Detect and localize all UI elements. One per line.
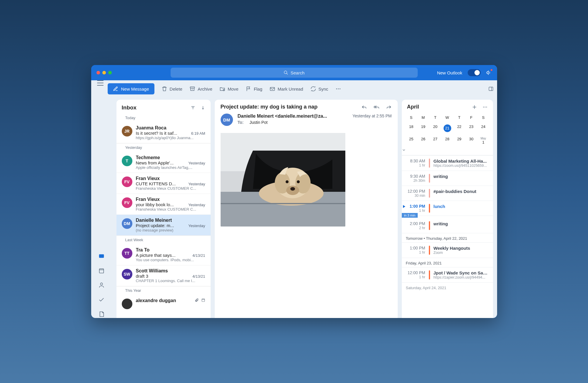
new-outlook-label: New Outlook: [437, 70, 462, 75]
sender-avatar: DM: [221, 114, 233, 126]
main-content: Inbox Today JR Juanma Roca Is it secret?…: [91, 97, 497, 318]
tasks-rail-icon[interactable]: [98, 297, 105, 304]
calendar-today[interactable]: 21: [441, 122, 453, 134]
svg-rect-17: [202, 299, 204, 302]
calendar-expand-button[interactable]: [402, 147, 493, 155]
calendar-mini-grid[interactable]: S M T W T F S 18 19 20 21 22 23: [402, 112, 493, 147]
hamburger-icon[interactable]: [97, 80, 104, 86]
section-last-week: Last Week: [116, 236, 211, 244]
svg-point-7: [339, 89, 340, 89]
section-this-year: This Year: [116, 286, 211, 295]
mail-rail-icon[interactable]: [98, 253, 105, 260]
mail-unread-icon: [269, 86, 275, 92]
agenda-item[interactable]: 1:00 PM1 hr Weekly HangoutsZoom: [402, 242, 493, 258]
people-rail-icon[interactable]: [98, 282, 105, 289]
calendar-month: April: [407, 104, 419, 110]
new-message-button[interactable]: New Message: [108, 83, 154, 94]
avatar: T: [122, 156, 132, 166]
folder-move-icon: [219, 86, 225, 92]
forward-button[interactable]: [386, 104, 392, 110]
svg-point-13: [100, 283, 102, 285]
titlebar: Search New Outlook: [91, 65, 497, 80]
message-image: [221, 133, 345, 227]
more-toolbar-button[interactable]: [335, 86, 341, 92]
message-item[interactable]: T Techmeme News from Apple'...Yesterday …: [116, 152, 211, 173]
svg-rect-10: [99, 254, 104, 258]
collapse-panel-button[interactable]: [488, 86, 494, 91]
agenda-item[interactable]: 12:00 PM1 hr Jpot / Wade Sync on Sac...h…: [402, 267, 493, 282]
trash-icon: [161, 86, 167, 92]
calendar-pane: April S M T W T F S: [402, 100, 493, 318]
avatar: JR: [122, 126, 132, 136]
toolbar: New Message Delete Archive Move Flag: [91, 80, 497, 97]
message-list-pane: Inbox Today JR Juanma Roca Is it secret?…: [116, 100, 211, 318]
notes-rail-icon[interactable]: [98, 311, 105, 318]
reply-button[interactable]: [361, 104, 367, 110]
svg-point-35: [486, 106, 487, 107]
avatar: DM: [122, 218, 132, 229]
filter-button[interactable]: [191, 105, 195, 110]
reply-all-button[interactable]: [374, 104, 379, 110]
message-item[interactable]: TT Tra To A picture that says...4/13/21 …: [116, 244, 211, 265]
add-event-button[interactable]: [472, 104, 477, 110]
message-item[interactable]: alexandre duggan: [116, 295, 211, 312]
calendar-item-icon: [201, 298, 205, 302]
flag-button[interactable]: Flag: [246, 86, 262, 92]
avatar: TT: [122, 248, 132, 259]
upcoming-banner: in 3 min: [402, 213, 418, 218]
archive-icon: [189, 86, 195, 92]
agenda-item[interactable]: in 3 min 2:00 PM2 hr writing: [402, 216, 493, 233]
agenda-list: 8:30 AM1 hr Global Marketing All-Ha...ht…: [402, 155, 493, 318]
search-placeholder: Search: [291, 70, 305, 75]
minimize-window-button[interactable]: [102, 71, 106, 74]
search-input[interactable]: Search: [171, 68, 418, 78]
left-rail: [91, 100, 112, 318]
calendar-more-button[interactable]: [482, 104, 488, 110]
compose-icon: [113, 86, 118, 91]
svg-rect-4: [270, 87, 274, 91]
flag-icon: [246, 86, 251, 92]
sort-button[interactable]: [201, 105, 205, 110]
avatar: SW: [122, 269, 132, 279]
current-time-marker-icon: [403, 205, 405, 208]
svg-point-5: [336, 89, 337, 89]
calendar-rail-icon[interactable]: [98, 267, 105, 274]
svg-point-6: [338, 89, 339, 89]
agenda-item[interactable]: 12:00 PM30 min #pair-buddies Donut: [402, 186, 493, 201]
svg-point-33: [483, 106, 484, 107]
agenda-date-separator: Saturday, April 24, 2021: [402, 282, 493, 292]
message-item-selected[interactable]: DM Danielle Meinert Project update: m...…: [116, 215, 211, 236]
svg-point-34: [484, 106, 485, 107]
agenda-item[interactable]: 8:30 AM1 hr Global Marketing All-Ha...ht…: [402, 155, 493, 171]
message-subject: Project update: my dog is taking a nap: [221, 104, 357, 110]
sync-button[interactable]: Sync: [310, 86, 328, 92]
svg-line-1: [286, 73, 288, 74]
search-icon: [284, 70, 288, 75]
message-item[interactable]: JR Juanma Roca Is it secret? Is it saf..…: [116, 122, 211, 143]
section-yesterday: Yesterday: [116, 143, 211, 152]
svg-rect-11: [99, 269, 104, 273]
message-item[interactable]: FV Fran Vieux CUTE KITTENS D...Yesterday…: [116, 173, 211, 194]
new-outlook-toggle[interactable]: [468, 69, 481, 76]
section-today: Today: [116, 114, 211, 122]
avatar: FV: [122, 197, 132, 208]
message-item[interactable]: FV Fran Vieux your libby book lo...Yeste…: [116, 194, 211, 215]
move-button[interactable]: Move: [219, 86, 239, 92]
mark-unread-button[interactable]: Mark Unread: [269, 86, 303, 92]
to-value: Justin Pot: [249, 120, 267, 125]
agenda-date-separator: Friday, April 23, 2021: [402, 258, 493, 267]
delete-button[interactable]: Delete: [161, 86, 182, 92]
svg-point-27: [290, 187, 295, 191]
archive-button[interactable]: Archive: [189, 86, 212, 92]
attachment-icon: [195, 298, 199, 302]
sender-from: Danielle Meinert <danielle.meinert@za...: [238, 114, 348, 119]
agenda-item[interactable]: 9:30 AM2h 30m writing: [402, 171, 493, 186]
message-item[interactable]: SW Scott Williams draft 34/13/21 CHAPTER…: [116, 265, 211, 286]
to-label: To:: [238, 120, 244, 125]
close-window-button[interactable]: [96, 71, 100, 74]
svg-point-0: [284, 71, 287, 74]
agenda-date-separator: Tomorrow • Thursday, April 22, 2021: [402, 233, 493, 242]
feedback-button[interactable]: [486, 70, 492, 76]
zoom-window-button[interactable]: [108, 71, 112, 74]
svg-rect-2: [190, 87, 194, 88]
